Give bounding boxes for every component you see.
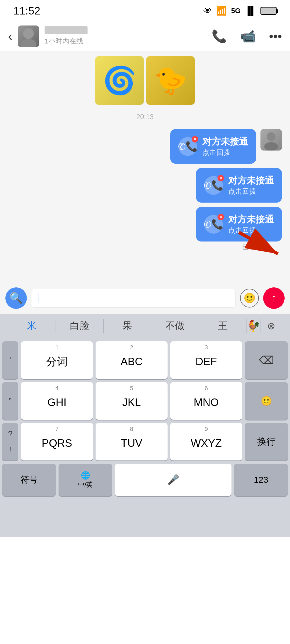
key-8-tuv[interactable]: 8 TUV <box>96 423 168 460</box>
read-status: 已读 <box>8 243 282 251</box>
search-button[interactable]: 🔍 <box>5 287 27 309</box>
key-1-fenci[interactable]: 1 分词 <box>21 341 93 379</box>
missed-call-bubble-3[interactable]: 📞 ✕ 对方未接通 点击回拨 <box>196 207 282 241</box>
status-bar: 11:52 👁 📶 5G ▐▌ <box>0 0 290 21</box>
keyboard: ' 1 分词 2 ABC 3 DEF ⌫ ° 4 GHI 5 JKL <box>0 338 290 537</box>
eye-icon: 👁 <box>203 6 212 16</box>
svg-point-0 <box>23 28 34 39</box>
suggestion-item-3[interactable]: 不做 <box>151 319 199 332</box>
numbers-key[interactable]: 123 <box>234 464 288 496</box>
key-9-wxyz[interactable]: 9 WXYZ <box>170 423 242 460</box>
message-input[interactable]: ​ <box>31 289 236 308</box>
table-row: 📞 ✕ 对方未接通 点击回拨 <box>8 168 282 203</box>
chat-header: ‹ 1小时内在线 📞 📹 ••• <box>0 21 290 51</box>
chat-area: 🌀 🐤 20:13 📞 ✕ 对方未接通 点击回拨 <box>0 51 290 282</box>
key-7-pqrs[interactable]: 7 PQRS <box>21 423 93 460</box>
suggestion-bar: 米 白脸 果 不做 王 🐓 ⊗ <box>0 314 290 338</box>
suggestion-delete[interactable]: ⊗ <box>260 318 282 334</box>
backspace-button[interactable]: ⌫ <box>245 341 288 379</box>
side-char-apostrophe[interactable]: ' <box>9 356 11 365</box>
header-info: 1小时内在线 <box>45 26 212 46</box>
message-timestamp: 20:13 <box>8 113 282 121</box>
key-4-ghi[interactable]: 4 GHI <box>21 382 93 420</box>
suggestion-emoji[interactable]: 🐓 <box>247 320 260 332</box>
call-icon-3: 📞 ✕ <box>204 215 223 234</box>
status-icons: 👁 📶 5G ▐▌ <box>203 6 277 16</box>
mic-icon: 🎤 <box>167 474 179 485</box>
more-button[interactable]: ••• <box>269 29 282 43</box>
input-bar: 🔍 ​ 🙂 ↑ <box>0 282 290 314</box>
svg-point-2 <box>267 132 276 141</box>
wifi-icon: 📶 <box>216 6 227 16</box>
sticker-duck: 🐤 <box>146 56 195 105</box>
send-button[interactable]: ↑ <box>263 287 285 309</box>
emoji-key[interactable]: 🙂 <box>245 382 288 420</box>
call-x-icon-2: ✕ <box>218 175 224 181</box>
online-status: 1小时内在线 <box>45 36 212 46</box>
keyboard-row-1: ' 1 分词 2 ABC 3 DEF ⌫ <box>2 341 288 379</box>
side-char-question[interactable]: ? <box>8 429 13 438</box>
call-icon-2: 📞 ✕ <box>204 176 223 195</box>
emoji-button[interactable]: 🙂 <box>240 289 259 308</box>
key-2-abc[interactable]: 2 ABC <box>96 341 168 379</box>
sender-avatar-1 <box>260 129 282 151</box>
enter-key[interactable]: 换行 <box>245 423 288 460</box>
call-x-icon-3: ✕ <box>218 214 224 220</box>
suggestion-item-2[interactable]: 果 <box>104 319 151 332</box>
call-x-icon-1: ✕ <box>192 136 198 142</box>
contact-name <box>45 26 88 34</box>
symbol-key[interactable]: 符号 <box>2 464 56 496</box>
missed-call-bubble-1[interactable]: 📞 ✕ 对方未接通 点击回拨 <box>170 129 256 164</box>
call-sub-3: 点击回拨 <box>228 226 274 235</box>
language-key[interactable]: 🌐 中/英 <box>59 464 112 496</box>
call-main-3: 对方未接通 <box>228 213 274 226</box>
backspace-icon: ⌫ <box>259 354 274 366</box>
call-main-2: 对方未接通 <box>228 174 274 187</box>
emoji-icon: 🙂 <box>244 292 256 304</box>
table-row: 📞 ✕ 对方未接通 点击回拨 <box>8 207 282 241</box>
sticker-area: 🌀 🐤 <box>8 56 282 105</box>
key-3-def[interactable]: 3 DEF <box>170 341 242 379</box>
back-button[interactable]: ‹ <box>8 29 12 43</box>
side-char-period[interactable]: ° <box>9 396 12 405</box>
side-keys-col-2: ° <box>2 382 18 420</box>
call-icon-1: 📞 ✕ <box>178 137 197 156</box>
signal-icon: ▐▌ <box>245 6 256 15</box>
keyboard-bottom-row: 符号 🌐 中/英 🎤 123 <box>2 464 288 496</box>
key-6-mno[interactable]: 6 MNO <box>170 382 242 420</box>
svg-point-1 <box>20 39 37 47</box>
keyboard-row-2: ° 4 GHI 5 JKL 6 MNO 🙂 <box>2 382 288 420</box>
video-call-button[interactable]: 📹 <box>240 29 256 43</box>
header-actions: 📞 📹 ••• <box>212 29 282 43</box>
suggestion-item-1[interactable]: 白脸 <box>56 319 103 332</box>
missed-call-bubble-2[interactable]: 📞 ✕ 对方未接通 点击回拨 <box>196 168 282 203</box>
side-keys-col: ' <box>2 341 18 379</box>
globe-icon: 🌐 <box>81 471 90 480</box>
call-text-3: 对方未接通 点击回拨 <box>228 213 274 235</box>
table-row: 📞 ✕ 对方未接通 点击回拨 <box>8 129 282 164</box>
call-text-1: 对方未接通 点击回拨 <box>202 136 248 157</box>
5g-icon: 5G <box>231 7 241 15</box>
suggestion-item-4[interactable]: 王 <box>199 319 247 332</box>
search-icon: 🔍 <box>9 292 23 304</box>
avatar <box>18 25 39 47</box>
send-icon: ↑ <box>271 292 277 304</box>
messages-list: 📞 ✕ 对方未接通 点击回拨 📞 ✕ 对方未接通 <box>8 129 282 241</box>
status-time: 11:52 <box>13 5 40 17</box>
call-sub-2: 点击回拨 <box>228 187 274 196</box>
suggestion-item-0[interactable]: 米 <box>8 319 56 332</box>
keyboard-row-3: ? ! 7 PQRS 8 TUV 9 WXYZ 换行 <box>2 423 288 460</box>
emoji-keyboard-icon: 🙂 <box>261 396 272 406</box>
svg-point-3 <box>264 142 278 151</box>
battery-icon <box>260 7 277 15</box>
space-key[interactable]: 🎤 <box>115 464 231 496</box>
call-text-2: 对方未接通 点击回拨 <box>228 174 274 196</box>
text-cursor <box>38 293 38 303</box>
voice-call-button[interactable]: 📞 <box>212 29 227 43</box>
side-char-exclaim[interactable]: ! <box>9 445 11 454</box>
call-sub-1: 点击回拨 <box>202 148 248 157</box>
side-keys-col-3: ? ! <box>2 423 18 460</box>
avatar-image <box>18 25 39 47</box>
key-5-jkl[interactable]: 5 JKL <box>96 382 168 420</box>
sticker-fan: 🌀 <box>95 56 144 105</box>
